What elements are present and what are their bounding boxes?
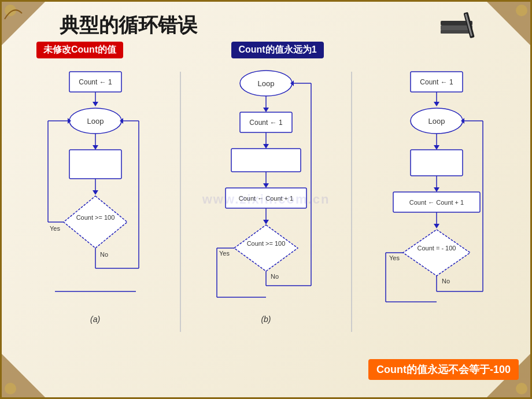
svg-marker-76 [403, 230, 470, 276]
svg-text:Loop: Loop [258, 79, 275, 88]
page-title: 典型的循环错误 [60, 14, 197, 36]
svg-text:Count ← Count + 1: Count ← Count + 1 [409, 199, 464, 206]
svg-marker-68 [434, 145, 439, 150]
svg-marker-37 [263, 108, 269, 112]
top-right-image [435, 6, 484, 44]
svg-text:Count >= 100: Count >= 100 [247, 240, 286, 247]
slide: 典型的循环错误 未修改Count的值 Count的值永远为1 Count ← 1… [0, 0, 532, 399]
svg-marker-19 [93, 190, 98, 195]
bottom-right-label: Count的值永远不会等于-100 [368, 359, 519, 380]
svg-text:Count ← 1: Count ← 1 [420, 78, 454, 86]
svg-text:Count ← Count + 1: Count ← Count + 1 [239, 195, 293, 202]
svg-text:Yes: Yes [389, 254, 400, 261]
svg-text:Loop: Loop [87, 117, 104, 125]
label2-bubble: Count的值永远为1 [231, 42, 323, 58]
svg-text:Count >= 100: Count >= 100 [76, 214, 114, 221]
corner-tr-decor [487, 2, 530, 45]
svg-marker-64 [434, 102, 439, 106]
svg-marker-12 [93, 102, 98, 106]
svg-point-3 [516, 383, 527, 394]
diagram-a: Count ← 1 Loop Count >= 100 Yes [10, 66, 180, 338]
svg-text:Count = - 100: Count = - 100 [418, 245, 456, 252]
diagrams-area: Count ← 1 Loop Count >= 100 Yes [8, 66, 524, 338]
diagram-b: Loop Count ← 1 Count ← Count + 1 [181, 66, 350, 338]
svg-marker-16 [93, 145, 98, 150]
svg-text:Yes: Yes [219, 250, 230, 257]
svg-rect-69 [411, 150, 463, 176]
corner-bl-decor [2, 354, 45, 397]
label2-col: Count的值永远为1 [197, 42, 358, 63]
svg-marker-49 [234, 225, 298, 271]
svg-text:No: No [442, 278, 450, 285]
label-b: (b) [261, 315, 271, 324]
svg-text:No: No [100, 251, 108, 258]
svg-marker-75 [434, 224, 439, 228]
svg-rect-42 [231, 149, 301, 172]
label1-bubble: 未修改Count的值 [36, 42, 123, 58]
svg-rect-17 [69, 150, 121, 179]
svg-text:Yes: Yes [50, 225, 60, 232]
svg-marker-48 [263, 220, 269, 224]
flowchart-c: Count ← 1 Loop Count ← Count + 1 [379, 66, 494, 332]
svg-marker-44 [263, 183, 269, 188]
diagram-c: Count ← 1 Loop Count ← Count + 1 [352, 66, 522, 338]
label-a: (a) [90, 315, 100, 324]
svg-text:Loop: Loop [428, 117, 445, 125]
svg-point-1 [516, 5, 527, 16]
flowchart-b: Loop Count ← 1 Count ← Count + 1 [208, 66, 324, 332]
svg-text:Count ← 1: Count ← 1 [249, 119, 283, 127]
svg-marker-20 [64, 196, 127, 248]
svg-text:No: No [271, 273, 279, 280]
svg-marker-41 [263, 144, 269, 149]
labels-row: 未修改Count的值 Count的值永远为1 [8, 42, 524, 63]
svg-point-2 [5, 383, 16, 394]
flowchart-a: Count ← 1 Loop Count >= 100 Yes [38, 66, 153, 332]
svg-rect-6 [441, 30, 472, 34]
corner-tl-decor [2, 2, 45, 45]
svg-text:Count ← 1: Count ← 1 [79, 78, 112, 86]
svg-marker-71 [434, 187, 439, 192]
